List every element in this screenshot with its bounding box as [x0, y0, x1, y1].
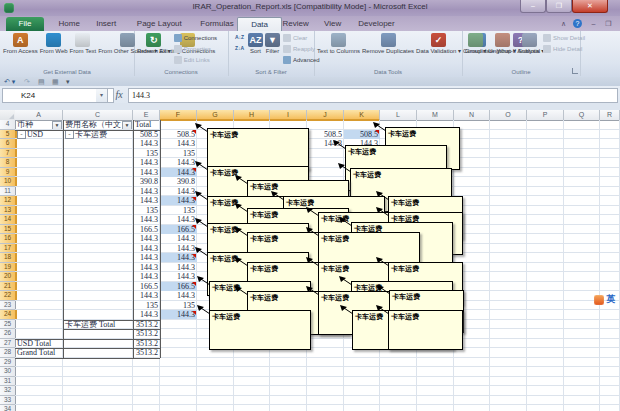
remove-duplicates-button[interactable]: Remove Duplicates [361, 32, 415, 55]
column-header-M[interactable]: M [417, 110, 454, 121]
tab-developer[interactable]: Developer [344, 17, 409, 31]
cell-E16[interactable]: 144.3 [133, 234, 160, 243]
cell-F23[interactable]: 135 [160, 301, 197, 310]
cell-E6[interactable]: 144.3 [133, 139, 160, 148]
ungroup-button[interactable]: Ungroup ▾ [487, 32, 517, 55]
cell-E26[interactable]: 3513.2 [133, 329, 160, 338]
redo-icon[interactable]: ↷ [24, 78, 30, 85]
column-header-Q[interactable]: Q [564, 110, 600, 121]
cell-E11[interactable]: 144.3 [133, 187, 160, 196]
cell-A4[interactable]: 币种▼ [15, 120, 63, 129]
window-maximize-button[interactable]: ❐ [546, 0, 572, 13]
collapse-minus-icon[interactable]: - [65, 130, 74, 138]
cell-F7[interactable]: 135 [160, 149, 197, 158]
row-header-29[interactable]: 29 [0, 358, 16, 368]
cell-E15[interactable]: 166.5 [133, 225, 160, 234]
cell-E10[interactable]: 390.8 [133, 177, 160, 186]
column-header-I[interactable]: I [270, 110, 307, 121]
row-header-32[interactable]: 32 [0, 386, 16, 396]
from-access-button[interactable]: AFrom Access [2, 32, 39, 55]
window-restore-icon[interactable]: ❐ [603, 19, 614, 29]
window-minimize-icon[interactable]: – [588, 19, 599, 29]
column-header-G[interactable]: G [197, 110, 234, 121]
tab-page-layout[interactable]: Page Layout [122, 17, 197, 31]
row-header-26[interactable]: 26 [0, 329, 16, 339]
group-button[interactable]: Group ▾ [464, 32, 487, 55]
cell-E4[interactable]: Total [133, 120, 160, 129]
cell-F16[interactable]: 144.3 [160, 234, 197, 243]
window-close-button[interactable]: ✕ [572, 0, 608, 13]
cell-E12[interactable]: 144.3 [133, 196, 160, 205]
cell-E18[interactable]: 144.3 [133, 253, 160, 262]
cell-E21[interactable]: 166.5 [133, 282, 160, 291]
cell-E23[interactable]: 135 [133, 301, 160, 310]
cell-F14[interactable]: 144.3 [160, 215, 197, 224]
ime-icon[interactable] [594, 295, 604, 305]
dialog-launcher-icon[interactable] [572, 68, 578, 74]
row-header-4[interactable]: 4 [0, 120, 16, 130]
sort-button[interactable]: AZSort [247, 32, 264, 55]
formula-input[interactable]: 144.3 [128, 88, 618, 103]
chevron-up-icon[interactable]: ∧ [558, 19, 569, 29]
sort-za-icon[interactable]: Z↓A [232, 43, 247, 54]
comment-box[interactable]: 卡车运费 [388, 310, 463, 350]
column-header-P[interactable]: P [527, 110, 564, 121]
cell-F11[interactable]: 144.3 [160, 187, 197, 196]
print-icon[interactable]: ▤ [38, 78, 45, 85]
cell-E7[interactable]: 135 [133, 149, 160, 158]
column-header-K[interactable]: K [344, 110, 380, 121]
column-header-O[interactable]: O [490, 110, 527, 121]
window-minimize-button[interactable]: – [520, 0, 546, 13]
refresh-all-button[interactable]: ↻Refresh All ▾ [136, 32, 172, 55]
from-text-button[interactable]: From Text [69, 32, 98, 55]
row-header-30[interactable]: 30 [0, 367, 16, 377]
column-header-J[interactable]: J [307, 110, 344, 121]
data-validation-button[interactable]: ✓Data Validation ▾ [415, 32, 462, 55]
ime-indicator[interactable]: 英 [594, 293, 615, 306]
cell-E9[interactable]: 144.3 [133, 168, 160, 177]
connections-button[interactable]: Connections [174, 32, 217, 43]
cell-F19[interactable]: 144.3 [160, 263, 197, 272]
undo-icon[interactable]: ↶ ▾ [4, 78, 15, 85]
cell-E22[interactable]: 144.3 [133, 291, 160, 300]
subtotal-button[interactable]: Subtotal [517, 32, 541, 55]
row-header-31[interactable]: 31 [0, 377, 16, 387]
name-box-dropdown-icon[interactable]: ▾ [96, 88, 108, 103]
cell-F13[interactable]: 135 [160, 206, 197, 215]
comment-box[interactable]: 卡车运费 [209, 310, 311, 350]
cell-F17[interactable]: 144.3 [160, 244, 197, 253]
row-header-25[interactable]: 25 [0, 320, 16, 330]
row-header-34[interactable]: 34 [0, 405, 16, 411]
cell-E19[interactable]: 144.3 [133, 263, 160, 272]
cell-C4[interactable]: 费用名称（中文）▼ [63, 120, 133, 129]
row-header-33[interactable]: 33 [0, 396, 16, 406]
cell-E20[interactable]: 144.3 [133, 272, 160, 281]
cell-E14[interactable]: 144.3 [133, 215, 160, 224]
cell-F10[interactable]: 390.8 [160, 177, 197, 186]
column-header-F[interactable]: F [160, 110, 197, 121]
cell-J5[interactable]: 508.5 [307, 130, 344, 139]
cell-F22[interactable]: 144.3 [160, 291, 197, 300]
comment-box[interactable]: 卡车运费 [207, 128, 309, 170]
row-header-11[interactable]: 11 [0, 187, 16, 197]
cell-E17[interactable]: 144.3 [133, 244, 160, 253]
cell-E8[interactable]: 144.3 [133, 158, 160, 167]
cell-F8[interactable]: 144.3 [160, 158, 197, 167]
filter-button[interactable]: ▼Filter [264, 32, 281, 55]
column-header-H[interactable]: H [234, 110, 270, 121]
row-header-27[interactable]: 27 [0, 339, 16, 349]
cell-E24[interactable]: 144.3 [133, 310, 160, 319]
sort-az-icon[interactable]: A↓Z [232, 32, 247, 43]
cell-A28[interactable]: Grand Total [15, 348, 63, 357]
collapse-minus-icon[interactable]: - [17, 130, 26, 138]
from-web-button[interactable]: From Web [39, 32, 69, 55]
column-header-N[interactable]: N [454, 110, 490, 121]
filter-dropdown-icon[interactable]: ▼ [122, 121, 132, 129]
column-header-R[interactable]: R [600, 110, 620, 121]
filter-dropdown-icon[interactable]: ▼ [52, 121, 62, 129]
worksheet-grid[interactable]: ACEFGHIJKLMNOPQR456789101112131415161718… [0, 110, 620, 411]
cell-E28[interactable]: 3513.2 [133, 348, 160, 357]
help-icon[interactable]: ? [573, 19, 582, 28]
row-header-28[interactable]: 28 [0, 348, 16, 358]
cell-E13[interactable]: 135 [133, 206, 160, 215]
